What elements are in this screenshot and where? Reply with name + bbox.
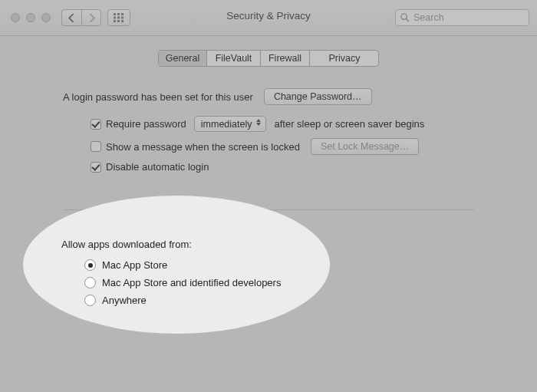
set-lock-message-button[interactable]: Set Lock Message… xyxy=(311,138,419,155)
panel-divider xyxy=(63,209,474,210)
gatekeeper-radio-identified[interactable] xyxy=(84,277,96,288)
svg-rect-3 xyxy=(114,17,116,19)
preference-pane: General FileVault Firewall Privacy A log… xyxy=(0,36,537,392)
tab-filevault[interactable]: FileVault xyxy=(207,51,261,66)
zoom-window-icon[interactable] xyxy=(41,13,51,22)
require-password-label-pre: Require password xyxy=(106,118,186,130)
back-button[interactable] xyxy=(61,9,81,26)
nav-buttons xyxy=(61,9,101,26)
gatekeeper-option-identified: Mac App Store and identified developers xyxy=(102,277,281,288)
window-titlebar: Security & Privacy Search xyxy=(0,0,537,36)
updown-arrows-icon xyxy=(256,119,262,126)
require-password-delay-select[interactable]: immediately xyxy=(194,116,267,132)
svg-rect-2 xyxy=(121,13,124,15)
disable-auto-login-checkbox[interactable] xyxy=(91,162,101,173)
show-all-button[interactable] xyxy=(107,9,130,26)
gatekeeper-radio-appstore[interactable] xyxy=(84,259,96,271)
search-icon xyxy=(400,13,410,22)
svg-rect-7 xyxy=(117,20,120,22)
minimize-window-icon[interactable] xyxy=(26,13,35,22)
tab-bar: General FileVault Firewall Privacy xyxy=(158,50,379,67)
change-password-button[interactable]: Change Password… xyxy=(264,88,372,105)
svg-rect-1 xyxy=(117,13,120,15)
tab-general[interactable]: General xyxy=(159,51,207,66)
chevron-left-icon xyxy=(68,14,75,22)
chevron-right-icon xyxy=(88,14,95,22)
tab-firewall[interactable]: Firewall xyxy=(261,51,310,66)
forward-button[interactable] xyxy=(81,9,101,26)
svg-rect-6 xyxy=(114,20,116,22)
require-password-label-post: after sleep or screen saver begins xyxy=(274,118,424,130)
grid-icon xyxy=(114,13,124,22)
general-panel: A login password has been set for this u… xyxy=(17,67,520,210)
svg-rect-4 xyxy=(117,17,120,19)
gatekeeper-section: Allow apps downloaded from: Mac App Stor… xyxy=(61,239,281,309)
show-lock-message-label: Show a message when the screen is locked xyxy=(106,141,300,153)
svg-line-10 xyxy=(406,18,409,21)
require-password-checkbox[interactable] xyxy=(91,119,101,130)
gatekeeper-title: Allow apps downloaded from: xyxy=(61,239,281,250)
search-input[interactable]: Search xyxy=(395,9,529,26)
svg-rect-5 xyxy=(121,17,124,19)
svg-point-9 xyxy=(401,14,407,19)
gatekeeper-option-anywhere: Anywhere xyxy=(102,295,147,306)
svg-rect-0 xyxy=(114,13,116,15)
gatekeeper-radio-anywhere[interactable] xyxy=(84,295,96,306)
require-password-delay-value: immediately xyxy=(201,119,252,130)
show-lock-message-checkbox[interactable] xyxy=(91,141,101,152)
close-window-icon[interactable] xyxy=(11,13,20,22)
disable-auto-login-label: Disable automatic login xyxy=(106,161,209,173)
window-controls xyxy=(11,13,51,22)
svg-rect-8 xyxy=(121,20,124,22)
password-set-label: A login password has been set for this u… xyxy=(63,91,253,103)
search-placeholder: Search xyxy=(413,12,444,23)
tab-privacy[interactable]: Privacy xyxy=(310,51,379,66)
gatekeeper-option-appstore: Mac App Store xyxy=(102,259,167,271)
